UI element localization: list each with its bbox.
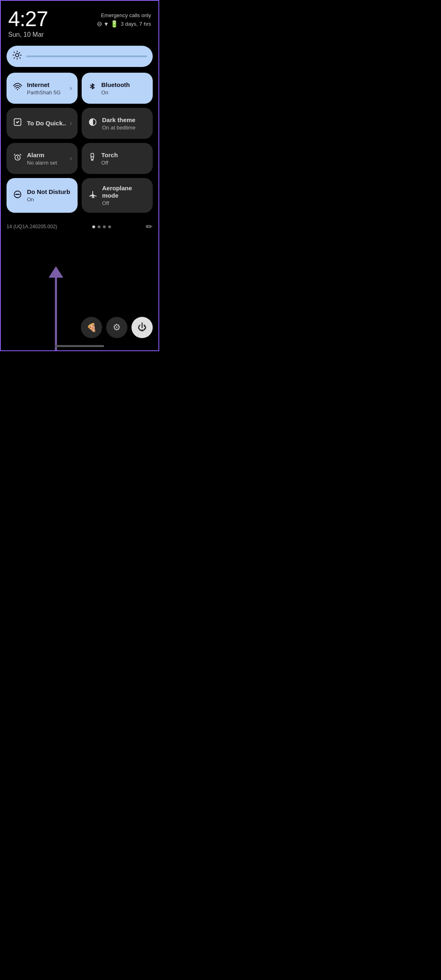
time-display: 4:27 [8,8,48,29]
arrow-line [55,270,57,351]
phone-frame: 4:27 Sun, 10 Mar Emergency calls only ⊖ … [0,0,159,351]
dnd-status-icon: ⊖ [97,20,102,28]
darktheme-title: Dark theme [102,116,146,124]
time-date-block: 4:27 Sun, 10 Mar [8,8,48,38]
power-icon: ⏻ [138,322,147,333]
bottom-bar: 14 (UQ1A.240205.002) ✏ [1,218,158,236]
dnd-subtitle: On [27,196,71,203]
dot-3 [103,225,106,228]
aeroplane-title: Aeroplane mode [102,185,146,199]
internet-tile-text: Internet ParthShah 5G [27,81,71,96]
tile-internet[interactable]: Internet ParthShah 5G › [7,73,78,104]
battery-text: 3 days, 7 hrs [121,21,151,27]
brightness-track[interactable] [26,56,147,57]
todo-tile-text: To Do Quick.. [27,120,71,127]
system-buttons: 🍕 ⚙ ⏻ [81,317,153,338]
home-indicator [55,345,104,347]
tile-bluetooth[interactable]: Bluetooth On [82,73,153,104]
pizza-icon: 🍕 [87,323,97,332]
internet-subtitle: ParthShah 5G [27,89,71,96]
bluetooth-subtitle: On [101,89,146,96]
tiles-grid: Internet ParthShah 5G › Bluetooth On [1,71,158,217]
todo-title: To Do Quick.. [27,120,71,127]
annotation-arrow [50,270,62,351]
bluetooth-tile-text: Bluetooth On [101,81,146,96]
tile-dnd[interactable]: Do Not Disturb On [7,178,78,213]
svg-rect-5 [91,154,94,157]
page-dots [92,225,111,228]
internet-title: Internet [27,81,71,89]
emergency-text: Emergency calls only [101,12,151,18]
tile-alarm[interactable]: Alarm No alarm set › [7,143,78,174]
aeroplane-tile-text: Aeroplane mode Off [102,185,146,206]
bluetooth-title: Bluetooth [101,81,146,89]
status-bar: 4:27 Sun, 10 Mar Emergency calls only ⊖ … [1,1,158,40]
status-icons: ⊖ ▾ 🔋 3 days, 7 hrs [97,20,151,28]
torch-icon [88,153,96,164]
alarm-title: Alarm [27,151,71,159]
torch-subtitle: Off [101,160,146,166]
alarm-icon [13,153,22,164]
alarm-tile-text: Alarm No alarm set [27,151,71,166]
darktheme-icon [88,118,97,129]
aeroplane-icon [88,190,97,201]
tile-aeroplane[interactable]: Aeroplane mode Off [82,178,153,213]
tile-todo[interactable]: To Do Quick.. › [7,108,78,139]
edit-icon[interactable]: ✏ [146,222,153,232]
darktheme-tile-text: Dark theme On at bedtime [102,116,146,131]
wifi-status-icon: ▾ [105,20,108,28]
torch-tile-text: Torch Off [101,151,146,166]
aeroplane-subtitle: Off [102,200,146,206]
dot-2 [98,225,100,228]
pizza-button[interactable]: 🍕 [81,317,102,338]
date-display: Sun, 10 Mar [8,31,48,38]
alarm-subtitle: No alarm set [27,160,71,166]
battery-status-icon: 🔋 [110,20,118,28]
brightness-slider[interactable] [7,46,153,67]
tile-darktheme[interactable]: Dark theme On at bedtime [82,108,153,139]
bluetooth-icon [88,82,96,94]
internet-arrow-icon: › [70,85,72,92]
settings-button[interactable]: ⚙ [106,317,127,338]
alarm-arrow-icon: › [70,155,72,162]
dot-1 [92,225,95,228]
brightness-icon [12,50,22,62]
power-button[interactable]: ⏻ [131,317,153,338]
dnd-tile-text: Do Not Disturb On [27,188,71,203]
todo-arrow-icon: › [70,120,72,127]
arrow-head [49,266,63,278]
todo-icon [13,118,22,129]
status-right: Emergency calls only ⊖ ▾ 🔋 3 days, 7 hrs [97,8,151,28]
torch-title: Torch [101,151,146,159]
build-number: 14 (UQ1A.240205.002) [7,224,57,229]
dot-4 [108,225,111,228]
svg-point-0 [16,53,19,57]
wifi-icon [13,82,22,94]
svg-point-1 [17,89,18,90]
tile-torch[interactable]: Torch Off [82,143,153,174]
darktheme-subtitle: On at bedtime [102,125,146,131]
dnd-icon [13,190,22,201]
gear-icon: ⚙ [113,322,121,333]
dnd-title: Do Not Disturb [27,188,71,196]
